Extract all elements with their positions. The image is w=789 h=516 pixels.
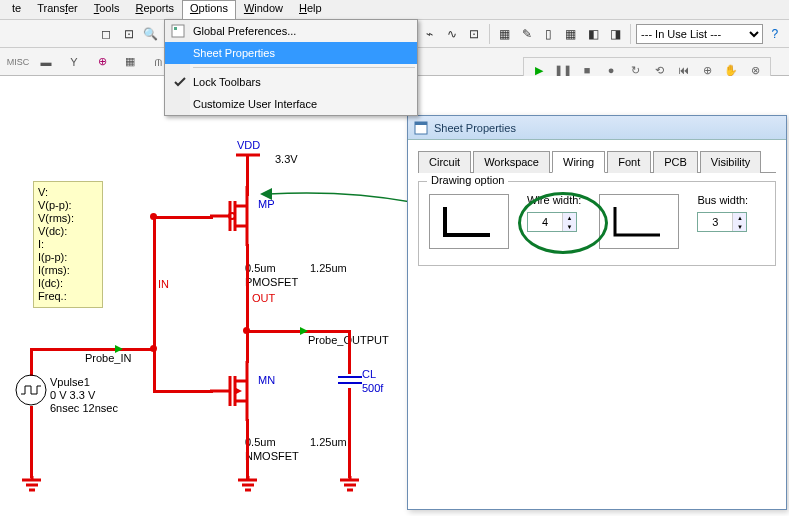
probe-out-arrow-icon	[300, 327, 308, 335]
in-label: IN	[158, 278, 169, 290]
bus-width-down[interactable]: ▼	[733, 222, 746, 231]
window-icon	[414, 121, 428, 135]
capacitor-symbol[interactable]	[338, 373, 362, 389]
gnd-vpulse-icon	[21, 476, 41, 494]
gnd-nmos-icon	[237, 476, 257, 494]
tool-icon-11[interactable]: ▦	[561, 23, 581, 45]
tab-font[interactable]: Font	[607, 151, 651, 173]
vdd-label: VDD	[237, 139, 260, 151]
tool-icon-6[interactable]: ∿	[442, 23, 462, 45]
wire-out-h	[246, 330, 351, 333]
fullscreen-icon[interactable]: ◻	[96, 23, 116, 45]
menu-item-te[interactable]: te	[4, 0, 29, 19]
nmos-symbol[interactable]	[210, 361, 260, 421]
tool-icon-7[interactable]: ⊡	[464, 23, 484, 45]
menubar: te Transfer Tools Reports Options Window…	[0, 0, 789, 20]
check-icon	[173, 75, 187, 89]
cap-value: 500f	[362, 382, 383, 394]
svg-rect-0	[172, 25, 184, 37]
dropdown-lock-toolbars[interactable]: Lock Toolbars	[165, 71, 417, 93]
bus-width-up[interactable]: ▲	[733, 213, 746, 222]
tab-wiring[interactable]: Wiring	[552, 151, 605, 173]
cap-name: CL	[362, 368, 376, 380]
wire-mp-out	[246, 244, 249, 332]
nmos-name: MN	[258, 374, 275, 386]
wire-in-nmos	[153, 390, 213, 393]
tabs: Circuit Workspace Wiring Font PCB Visibi…	[418, 150, 776, 173]
bus-width-spinner[interactable]: ▲▼	[697, 212, 747, 232]
pmos-l: 1.25um	[310, 262, 347, 274]
tool-icon-9[interactable]: ✎	[517, 23, 537, 45]
options-dropdown: Global Preferences... Sheet Properties L…	[164, 19, 418, 116]
svg-point-9	[229, 213, 235, 219]
tool-icon-5[interactable]: ⌁	[420, 23, 440, 45]
sheet-properties-titlebar[interactable]: Sheet Properties	[408, 116, 786, 140]
comp-icon-3[interactable]: ⊕	[92, 52, 112, 72]
zoom-in-icon[interactable]: 🔍	[141, 23, 161, 45]
menu-item-tools[interactable]: Tools	[86, 0, 128, 19]
tab-visibility[interactable]: Visibility	[700, 151, 762, 173]
vdd-value: 3.3V	[275, 153, 298, 165]
nmos-l: 1.25um	[310, 436, 347, 448]
vpulse-t: 6nsec 12nsec	[50, 402, 118, 414]
drawing-option-fieldset: Drawing option Wire width: ▲▼ Bus width:	[418, 181, 776, 266]
in-use-list-select[interactable]: --- In Use List ---	[636, 24, 763, 44]
menu-item-options[interactable]: Options	[182, 0, 236, 19]
svg-rect-38	[415, 122, 427, 125]
help-icon[interactable]: ?	[765, 23, 785, 45]
wire-width-up[interactable]: ▲	[563, 213, 576, 222]
menu-item-reports[interactable]: Reports	[127, 0, 182, 19]
sheet-properties-title: Sheet Properties	[434, 122, 516, 134]
menu-item-window[interactable]: Window	[236, 0, 291, 19]
comp-icon-2[interactable]: Y	[64, 52, 84, 72]
wire-vpulse-bot	[30, 406, 33, 478]
wire-width-spinner[interactable]: ▲▼	[527, 212, 577, 232]
vpulse-symbol[interactable]	[15, 374, 47, 406]
vdd-bar-icon	[236, 151, 260, 159]
zoom-fit-icon[interactable]: ⊡	[118, 23, 138, 45]
drawing-option-legend: Drawing option	[427, 174, 508, 186]
tool-icon-12[interactable]: ◧	[583, 23, 603, 45]
sheet-properties-window: Sheet Properties Circuit Workspace Wirin…	[407, 115, 787, 510]
node-in-mid	[150, 345, 157, 352]
menu-item-help[interactable]: Help	[291, 0, 330, 19]
wire-in-pmos	[153, 216, 213, 219]
pmos-type: PMOSFET	[245, 276, 298, 288]
wire-in-src	[30, 348, 156, 351]
wire-in-v	[153, 216, 156, 392]
tab-pcb[interactable]: PCB	[653, 151, 698, 173]
tool-icon-8[interactable]: ▦	[495, 23, 515, 45]
wire-cap-top	[348, 330, 351, 374]
svg-rect-1	[174, 27, 177, 30]
svg-marker-36	[260, 188, 272, 200]
wire-width-down[interactable]: ▼	[563, 222, 576, 231]
comp-icon-4[interactable]: ▦	[120, 52, 140, 72]
vpulse-v: 0 V 3.3 V	[50, 389, 95, 401]
bus-width-label: Bus width:	[697, 194, 748, 206]
nmos-w: 0.5um	[245, 436, 276, 448]
comp-icon-1[interactable]: ▬	[36, 52, 56, 72]
tab-workspace[interactable]: Workspace	[473, 151, 550, 173]
bus-width-input[interactable]	[698, 213, 732, 231]
pmos-w: 0.5um	[245, 262, 276, 274]
wire-width-input[interactable]	[528, 213, 562, 231]
dropdown-customize-ui[interactable]: Customize User Interface	[165, 93, 417, 115]
prefs-icon	[171, 24, 185, 38]
tab-circuit[interactable]: Circuit	[418, 151, 471, 173]
meter-readout: V: V(p-p): V(rms): V(dc): I: I(p-p): I(r…	[33, 181, 103, 308]
dropdown-sheet-properties[interactable]: Sheet Properties	[165, 42, 417, 64]
dropdown-separator	[193, 67, 415, 68]
menu-item-transfer[interactable]: Transfer	[29, 0, 86, 19]
tool-icon-13[interactable]: ◨	[605, 23, 625, 45]
wire-cap-bot	[348, 388, 351, 478]
node-in-top	[150, 213, 157, 220]
misc-label: MISC	[8, 52, 28, 72]
dropdown-global-prefs[interactable]: Global Preferences...	[165, 20, 417, 42]
pmos-symbol[interactable]	[210, 186, 260, 246]
tool-icon-10[interactable]: ▯	[539, 23, 559, 45]
svg-marker-22	[236, 388, 242, 394]
wire-mn-gnd	[246, 419, 249, 479]
out-label: OUT	[252, 292, 275, 304]
bus-preview	[599, 194, 679, 249]
vpulse-name: Vpulse1	[50, 376, 90, 388]
